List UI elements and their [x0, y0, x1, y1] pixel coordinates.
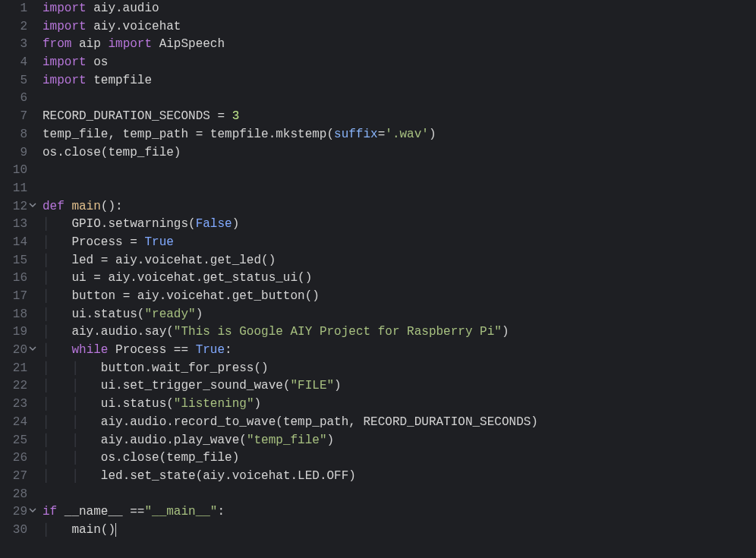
- fold-chevron-icon[interactable]: [27, 342, 38, 360]
- code-content[interactable]: import aiy.voicehat: [38, 18, 181, 36]
- line-number: 12: [0, 198, 27, 216]
- code-content[interactable]: │ ui.status("ready"): [38, 306, 203, 324]
- code-line[interactable]: 20│ while Process == True:: [0, 342, 756, 360]
- token: │ GPIO.setwarnings(: [43, 217, 196, 231]
- code-line[interactable]: 2import aiy.voicehat: [0, 18, 756, 36]
- token: suffix: [334, 128, 378, 141]
- token: from: [43, 37, 71, 51]
- code-content[interactable]: os.close(temp_file): [38, 144, 181, 162]
- fold-chevron-icon[interactable]: [27, 503, 38, 522]
- code-line[interactable]: 9os.close(temp_file): [0, 144, 756, 162]
- token: :: [217, 505, 225, 519]
- line-number: 24: [0, 414, 27, 432]
- code-line[interactable]: 28: [0, 486, 756, 504]
- fold-chevron-icon: [27, 360, 38, 378]
- code-content[interactable]: │ │ led.set_state(aiy.voicehat.LED.OFF): [38, 468, 356, 486]
- code-content[interactable]: │ │ aiy.audio.record_to_wave(temp_path, …: [38, 414, 538, 432]
- code-line[interactable]: 5import tempfile: [0, 72, 756, 90]
- code-line[interactable]: 12def main():: [0, 198, 756, 216]
- line-number: 17: [0, 288, 27, 306]
- token: │ aiy.audio.say(: [43, 325, 174, 339]
- token: │ │ ui.set_trigger_sound_wave(: [43, 379, 290, 392]
- code-content[interactable]: def main():: [38, 198, 123, 216]
- code-content[interactable]: import os: [38, 54, 108, 72]
- code-content[interactable]: [38, 90, 43, 108]
- code-content[interactable]: RECORD_DURATION_SECONDS = 3: [38, 108, 239, 126]
- token: tempfile: [87, 74, 152, 87]
- line-number: 3: [0, 36, 27, 54]
- token: aiy.voicehat: [87, 20, 181, 33]
- code-line[interactable]: 4import os: [0, 54, 756, 72]
- code-content[interactable]: │ led = aiy.voicehat.get_led(): [38, 252, 276, 270]
- code-content[interactable]: │ aiy.audio.say("This is Google AIY Proj…: [38, 323, 509, 342]
- fold-chevron-icon: [27, 144, 38, 162]
- code-line[interactable]: 26│ │ os.close(temp_file): [0, 449, 756, 468]
- line-number: 19: [0, 323, 27, 342]
- code-line[interactable]: 17│ button = aiy.voicehat.get_button(): [0, 288, 756, 306]
- code-content[interactable]: from aip import AipSpeech: [38, 36, 225, 54]
- code-content[interactable]: import tempfile: [38, 72, 152, 90]
- code-content[interactable]: │ GPIO.setwarnings(False): [38, 216, 239, 234]
- line-number: 22: [0, 377, 27, 396]
- code-line[interactable]: 8temp_file, temp_path = tempfile.mkstemp…: [0, 126, 756, 144]
- code-content[interactable]: if __name__ =="__main__":: [38, 503, 225, 522]
- token: =: [378, 128, 386, 141]
- code-line[interactable]: 11: [0, 180, 756, 198]
- token: ): [327, 433, 335, 447]
- code-content[interactable]: temp_file, temp_path = tempfile.mkstemp(…: [38, 126, 436, 144]
- code-content[interactable]: │ while Process == True:: [38, 342, 232, 360]
- code-line[interactable]: 7RECORD_DURATION_SECONDS = 3: [0, 108, 756, 126]
- code-line[interactable]: 27│ │ led.set_state(aiy.voicehat.LED.OFF…: [0, 468, 756, 486]
- token: │ │ os.close(temp_file): [43, 451, 239, 465]
- code-line[interactable]: 25│ │ aiy.audio.play_wave("temp_file"): [0, 432, 756, 450]
- code-content[interactable]: │ │ os.close(temp_file): [38, 449, 239, 468]
- code-content[interactable]: │ │ ui.status("listening"): [38, 396, 261, 414]
- code-content[interactable]: [38, 162, 43, 180]
- fold-chevron-icon: [27, 468, 38, 486]
- code-line[interactable]: 30│ main(): [0, 522, 756, 540]
- code-line[interactable]: 13│ GPIO.setwarnings(False): [0, 216, 756, 234]
- code-line[interactable]: 15│ led = aiy.voicehat.get_led(): [0, 252, 756, 270]
- code-line[interactable]: 19│ aiy.audio.say("This is Google AIY Pr…: [0, 323, 756, 342]
- code-line[interactable]: 29if __name__ =="__main__":: [0, 503, 756, 522]
- line-number: 27: [0, 468, 27, 486]
- code-content[interactable]: │ │ ui.set_trigger_sound_wave("FILE"): [38, 377, 342, 396]
- code-line[interactable]: 10: [0, 162, 756, 180]
- token: '.wav': [385, 128, 429, 141]
- token: ): [232, 217, 240, 231]
- code-line[interactable]: 22│ │ ui.set_trigger_sound_wave("FILE"): [0, 377, 756, 396]
- token: import: [108, 37, 152, 51]
- code-line[interactable]: 14│ Process = True: [0, 234, 756, 252]
- code-line[interactable]: 24│ │ aiy.audio.record_to_wave(temp_path…: [0, 414, 756, 432]
- code-line[interactable]: 18│ ui.status("ready"): [0, 306, 756, 324]
- token: RECORD_DURATION_SECONDS =: [43, 109, 232, 123]
- code-content[interactable]: │ │ button.wait_for_press(): [38, 360, 269, 378]
- code-line[interactable]: 1import aiy.audio: [0, 0, 756, 18]
- token: main: [71, 200, 100, 213]
- code-line[interactable]: 3from aip import AipSpeech: [0, 36, 756, 54]
- code-content[interactable]: │ ui = aiy.voicehat.get_status_ui(): [38, 270, 312, 288]
- token: __name__ ==: [57, 505, 144, 519]
- fold-chevron-icon: [27, 323, 38, 342]
- code-line[interactable]: 6: [0, 90, 756, 108]
- code-content[interactable]: [38, 180, 43, 198]
- token: if: [43, 505, 57, 519]
- code-content[interactable]: │ Process = True: [38, 234, 174, 252]
- code-editor[interactable]: 1import aiy.audio2import aiy.voicehat3fr…: [0, 0, 756, 558]
- fold-chevron-icon: [27, 449, 38, 468]
- code-content[interactable]: import aiy.audio: [38, 0, 159, 18]
- code-content[interactable]: │ button = aiy.voicehat.get_button(): [38, 288, 320, 306]
- token: os.close(temp_file): [43, 146, 181, 159]
- token: "listening": [174, 397, 254, 411]
- code-content[interactable]: [38, 486, 43, 504]
- code-content[interactable]: │ │ aiy.audio.play_wave("temp_file"): [38, 432, 334, 450]
- token: ():: [101, 200, 123, 213]
- code-line[interactable]: 16│ ui = aiy.voicehat.get_status_ui(): [0, 270, 756, 288]
- token: aiy.audio: [87, 2, 159, 15]
- fold-chevron-icon[interactable]: [27, 198, 38, 216]
- token: aip: [71, 37, 108, 51]
- code-line[interactable]: 23│ │ ui.status("listening"): [0, 396, 756, 414]
- code-line[interactable]: 21│ │ button.wait_for_press(): [0, 360, 756, 378]
- token: ): [429, 128, 436, 141]
- code-content[interactable]: │ main(): [38, 522, 116, 540]
